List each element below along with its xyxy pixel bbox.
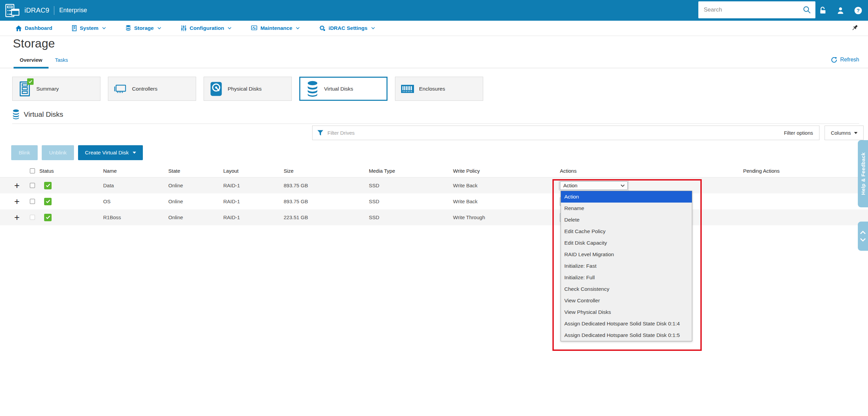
user-icon[interactable] [836, 6, 845, 15]
controllers-card-icon [114, 83, 127, 95]
row-checkbox[interactable] [30, 199, 35, 204]
enclosures-icon [401, 84, 414, 93]
row-checkbox[interactable] [30, 183, 35, 188]
table-body: + Data Online RAID-1 893.75 GB SSD Write… [0, 177, 868, 225]
row-checkbox-disabled [30, 215, 35, 220]
action-option-6[interactable]: Initialize: Fast [561, 260, 692, 272]
scroll-tab [858, 222, 868, 251]
main-nav: Dashboard System Storage [0, 21, 868, 36]
chevron-down-icon [157, 27, 161, 30]
nav-maintenance[interactable]: Maintenance [251, 25, 300, 31]
table-row: + OS Online RAID-1 893.75 GB SSD Write B… [0, 193, 868, 209]
tile-controllers[interactable]: Controllers [108, 77, 196, 101]
create-virtual-disk-button[interactable]: Create Virtual Disk [78, 145, 143, 160]
tab-bar: Overview Tasks [0, 57, 868, 68]
action-option-4[interactable]: Edit Disk Capacity [561, 237, 692, 249]
action-select[interactable]: Action [560, 181, 628, 190]
app-header: iDRAC9 Enterprise ? [0, 0, 868, 21]
monitor-pulse-icon [251, 25, 257, 31]
chevron-down-icon [371, 27, 375, 30]
header-actions: ? [818, 0, 863, 21]
virtual-disks-section-header: Virtual Disks [12, 109, 63, 119]
action-option-7[interactable]: Initialize: Full [561, 272, 692, 283]
select-chevron-icon [621, 184, 625, 187]
nav-storage[interactable]: Storage [126, 25, 161, 31]
action-option-5[interactable]: RAID Level Migration [561, 249, 692, 260]
filter-drives-input[interactable] [327, 130, 784, 136]
tab-overview[interactable]: Overview [20, 57, 42, 68]
tile-virtual-disks[interactable]: Virtual Disks [299, 77, 388, 101]
sliders-icon [181, 25, 187, 31]
edition-name: Enterprise [59, 7, 87, 14]
brand-divider [54, 6, 54, 15]
expand-row-icon[interactable]: + [14, 214, 26, 221]
select-all-checkbox[interactable] [30, 168, 35, 173]
action-option-1[interactable]: Rename [561, 203, 692, 214]
server-icon [72, 25, 77, 31]
filter-funnel-icon [317, 130, 323, 136]
brand: iDRAC9 Enterprise [0, 4, 87, 17]
tile-summary[interactable]: Summary [12, 77, 100, 101]
status-ok-badge [44, 198, 52, 205]
page-title: Storage [13, 37, 55, 50]
nav-system[interactable]: System [72, 25, 106, 31]
status-ok-badge [44, 214, 52, 221]
pin-icon[interactable] [851, 24, 859, 32]
tile-enclosures[interactable]: Enclosures [395, 77, 483, 101]
table-row: + Data Online RAID-1 893.75 GB SSD Write… [0, 177, 868, 193]
create-caret-icon [133, 152, 136, 154]
action-option-3[interactable]: Edit Cache Policy [561, 226, 692, 237]
action-option-9[interactable]: View Controller [561, 295, 692, 306]
blink-button[interactable]: Blink [11, 145, 38, 160]
filter-options-link[interactable]: Filter options [784, 130, 819, 136]
expand-row-icon[interactable]: + [14, 198, 26, 205]
nav-configuration[interactable]: Configuration [181, 25, 232, 31]
storage-subnav-tiles: Summary Controllers [12, 77, 483, 101]
section-title: Virtual Disks [24, 110, 63, 118]
storage-disks-icon [126, 25, 131, 31]
table-row: + R1Boss Online RAID-1 223.51 GB SSD Wri… [0, 209, 868, 225]
product-name: iDRAC9 [24, 6, 49, 14]
virtual-disks-section-icon [12, 109, 20, 119]
tile-physical-disks[interactable]: Physical Disks [204, 77, 292, 101]
expand-row-icon[interactable]: + [14, 182, 26, 189]
unblink-button[interactable]: Unblink [42, 145, 74, 160]
action-option-10[interactable]: View Physical Disks [561, 306, 692, 318]
action-option-8[interactable]: Check Consistency [561, 283, 692, 295]
summary-check-badge [27, 78, 34, 85]
action-option-12[interactable]: Assign Dedicated Hotspare Solid State Di… [561, 329, 692, 341]
action-option-0[interactable]: Action [561, 191, 692, 203]
help-icon[interactable]: ? [854, 6, 863, 15]
global-search [698, 1, 815, 18]
action-option-2[interactable]: Delete [561, 214, 692, 226]
chevron-down-icon[interactable] [860, 238, 866, 242]
unlock-icon[interactable] [818, 6, 827, 15]
tab-tasks[interactable]: Tasks [55, 57, 68, 68]
chevron-down-icon [228, 27, 231, 30]
svg-text:?: ? [856, 7, 860, 13]
section-divider [12, 124, 859, 124]
help-feedback-tab[interactable]: Help & Feedback [858, 140, 868, 207]
action-dropdown-list: Action Rename Delete Edit Cache Policy E… [561, 191, 692, 341]
chevron-up-icon[interactable] [860, 230, 866, 234]
filter-bar: Filter options [312, 126, 819, 140]
virtual-disks-icon [307, 81, 318, 97]
table-header: Status Name State Layout Size Media Type… [0, 165, 868, 177]
refresh-icon [831, 56, 837, 63]
chevron-down-icon [102, 27, 106, 30]
columns-caret-icon [854, 132, 857, 134]
action-option-11[interactable]: Assign Dedicated Hotspare Solid State Di… [561, 318, 692, 329]
nav-idrac-settings[interactable]: iDRAC Settings [319, 25, 375, 31]
idrac-storage-page: iDRAC9 Enterprise ? [0, 0, 868, 416]
search-icon[interactable] [803, 5, 811, 14]
physical-disks-icon [210, 81, 222, 96]
home-icon [16, 25, 22, 31]
gear-icon [319, 25, 325, 31]
search-input[interactable] [698, 6, 803, 13]
nav-dashboard[interactable]: Dashboard [16, 25, 52, 31]
columns-dropdown-button[interactable]: Columns [825, 126, 864, 140]
idrac-logo-icon [5, 4, 20, 17]
virtual-disks-toolbar: Blink Unblink Create Virtual Disk [11, 145, 143, 160]
chevron-down-icon [296, 27, 300, 30]
refresh-button[interactable]: Refresh [831, 56, 859, 63]
